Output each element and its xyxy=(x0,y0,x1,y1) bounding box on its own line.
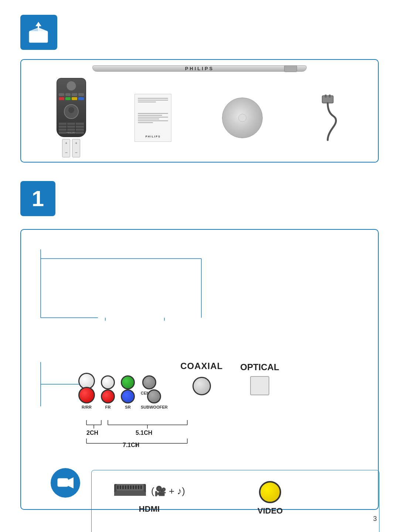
svg-rect-18 xyxy=(135,485,137,489)
rca-sr-body xyxy=(121,389,135,403)
manual-text-lines xyxy=(138,98,168,102)
philips-logo-box xyxy=(20,15,57,50)
cd-disc xyxy=(222,98,263,138)
svg-rect-12 xyxy=(120,485,121,489)
rca-sub-body xyxy=(147,389,161,403)
svg-marker-1 xyxy=(29,28,38,31)
audio-connectors-row2: R/RR FR SR SUBWOOFER xyxy=(78,387,168,409)
remote-btn-red xyxy=(59,97,64,100)
remote-control-item: PHILIPS xyxy=(57,78,86,157)
rca-rrr-body xyxy=(78,387,95,403)
remote-control: PHILIPS xyxy=(57,78,86,137)
cd-item: DVD Player Manual PHILIPS xyxy=(220,94,265,142)
manual-content xyxy=(138,113,168,124)
cd-center-hole xyxy=(238,114,246,122)
unbox-icon xyxy=(26,21,51,44)
page-number: 3 xyxy=(373,515,377,523)
svg-rect-19 xyxy=(138,485,139,489)
manual-brand-text: PHILIPS xyxy=(138,135,168,138)
remote-brand-text: PHILIPS xyxy=(57,132,86,134)
remote-color-buttons xyxy=(59,93,84,100)
contents-row: PHILIPS PHILIPS xyxy=(32,78,367,157)
remote-btn-4 xyxy=(78,93,84,96)
svg-text:7.1CH: 7.1CH xyxy=(123,442,139,448)
remote-btn-yellow xyxy=(72,97,77,100)
rca-rrr: R/RR xyxy=(78,387,95,409)
hdmi-formula: (🎥 + ♪) xyxy=(151,485,185,497)
batteries-item xyxy=(62,139,80,157)
optical-label: OPTICAL xyxy=(240,362,279,372)
coaxial-connector xyxy=(192,377,211,395)
svg-rect-16 xyxy=(130,485,132,489)
coaxial-section: COAXIAL xyxy=(180,361,223,395)
step-number-badge: 1 xyxy=(20,181,55,216)
svg-text:5.1CH: 5.1CH xyxy=(136,430,152,436)
svg-text:2CH: 2CH xyxy=(86,430,98,436)
channel-bracket-svg: 2CH 5.1CH 7.1CH xyxy=(78,418,293,448)
optical-section: OPTICAL xyxy=(240,362,279,395)
svg-marker-2 xyxy=(38,28,48,31)
svg-marker-21 xyxy=(114,491,146,496)
coaxial-label: COAXIAL xyxy=(180,361,223,371)
step-number: 1 xyxy=(32,186,44,211)
svg-rect-14 xyxy=(125,485,126,489)
hdmi-label: HDMI xyxy=(113,504,185,514)
dvd-eject-button xyxy=(284,65,297,72)
svg-rect-11 xyxy=(117,485,119,489)
remote-btn-2 xyxy=(65,93,71,96)
svg-marker-8 xyxy=(68,477,74,488)
rca-fr-body xyxy=(101,389,115,403)
svg-rect-15 xyxy=(127,485,129,489)
remote-btn-green xyxy=(65,97,71,100)
rca-sr: SR xyxy=(121,389,135,409)
remote-btn-1 xyxy=(59,93,64,96)
channel-labels: 2CH 5.1CH 7.1CH xyxy=(78,418,293,449)
svg-marker-3 xyxy=(35,22,41,29)
svg-rect-17 xyxy=(133,485,134,489)
svg-rect-5 xyxy=(325,95,327,98)
power-cord-item xyxy=(313,94,342,142)
video-rca-connector xyxy=(259,481,281,503)
contents-box: PHILIPS xyxy=(20,59,379,163)
optical-port xyxy=(250,376,269,395)
svg-rect-13 xyxy=(122,485,124,489)
dvd-brand-label: PHILIPS xyxy=(185,66,214,71)
user-manual: PHILIPS xyxy=(134,94,171,142)
svg-rect-4 xyxy=(322,96,333,103)
remote-ir xyxy=(66,81,76,91)
power-cord-svg xyxy=(313,94,342,142)
svg-rect-7 xyxy=(58,478,68,487)
remote-btn-3 xyxy=(72,93,77,96)
video-icon-circle xyxy=(51,468,80,498)
battery-2 xyxy=(72,139,80,157)
svg-rect-0 xyxy=(29,31,48,42)
battery-1 xyxy=(62,139,70,157)
header-logo-area xyxy=(20,15,57,50)
remote-btn-blue xyxy=(78,97,84,100)
rca-fr: FR xyxy=(101,389,115,409)
remote-nav-center xyxy=(68,107,74,113)
svg-rect-20 xyxy=(140,485,142,489)
svg-rect-6 xyxy=(329,95,331,98)
hdmi-section: (🎥 + ♪) HDMI xyxy=(113,481,185,514)
hdmi-plug-icon xyxy=(113,481,147,501)
video-section: VIDEO xyxy=(258,481,283,516)
connection-diagram-box: (🎥 + ♪) HDMI VIDEO USB HDMI HDMI FOR POW… xyxy=(20,229,379,510)
video-label: VIDEO xyxy=(258,506,283,516)
rca-sub: SUBWOOFER xyxy=(141,389,168,409)
dvd-player-top: PHILIPS xyxy=(92,65,307,72)
video-camera-icon xyxy=(57,476,74,490)
